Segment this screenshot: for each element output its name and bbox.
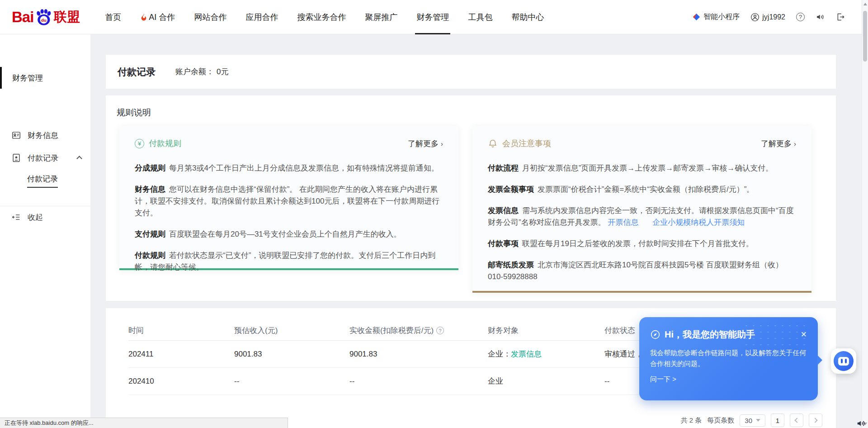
- member-notice-card: 会员注意事项 了解更多› 付款流程月初按“发票信息”页面开具发票→上传发票→邮寄…: [472, 126, 811, 293]
- info-help-icon[interactable]: ?: [436, 327, 444, 334]
- rule-item: 邮寄纸质发票北京市海淀区西北旺东路10号院百度科技园5号楼 百度联盟财务组（收）…: [488, 259, 796, 283]
- assistant-title: Hi，我是您的智能助手: [665, 328, 755, 341]
- account-balance: 账户余额：0元: [175, 67, 228, 77]
- per-page-select[interactable]: 30: [740, 414, 765, 427]
- sidebar-item-payment-records[interactable]: 付款记录: [0, 147, 90, 168]
- nav-item-ai[interactable]: AI 合作: [131, 0, 184, 34]
- small-taxpayer-notice-link[interactable]: 企业小规模纳税人开票须知: [652, 218, 745, 227]
- rule-item: 付款流程月初按“发票信息”页面开具发票→上传发票→邮寄发票→审核→确认支付。: [488, 162, 796, 174]
- cell-target: 企业：发票信息: [488, 349, 604, 359]
- id-card-icon: [11, 130, 21, 140]
- sidebar-subitem-payment-records[interactable]: 付款记录: [27, 170, 58, 191]
- cell-actual: --: [349, 377, 488, 386]
- robot-icon: [834, 351, 854, 371]
- scroll-up-arrow-icon[interactable]: [863, 3, 867, 5]
- nav-item-home[interactable]: 首页: [95, 0, 131, 34]
- compass-icon: [650, 329, 660, 340]
- page-number-current[interactable]: 1: [771, 414, 784, 427]
- nav-item-screen-promo[interactable]: 聚屏推广: [355, 0, 407, 34]
- page-header-card: 付款记录 账户余额：0元: [106, 55, 836, 89]
- nav-item-app[interactable]: 应用合作: [236, 0, 288, 34]
- payment-rules-card: ¥ 付款规则 了解更多› 分成规则每月第3或4个工作日产出上月分成信息及发票信息…: [119, 126, 458, 270]
- assistant-ask-link[interactable]: 问一下 >: [650, 375, 807, 384]
- chevron-up-icon[interactable]: [76, 156, 82, 162]
- miniprogram-entry[interactable]: 智能小程序: [692, 12, 740, 22]
- page-title: 付款记录: [118, 66, 156, 78]
- top-nav: Bai du 联盟 首页 AI 合作 网站合作 应用合作 搜索业务: [0, 0, 868, 34]
- member-notice-title: 会员注意事项: [502, 138, 551, 149]
- payment-rules-more-link[interactable]: 了解更多›: [408, 138, 443, 149]
- close-icon[interactable]: ✕: [801, 331, 807, 338]
- col-header-time: 时间: [128, 325, 234, 336]
- cell-estimated: 9001.83: [234, 350, 349, 359]
- rule-cards-row: ¥ 付款规则 了解更多› 分成规则每月第3或4个工作日产出上月分成信息及发票信息…: [117, 126, 836, 293]
- payment-rules-title: 付款规则: [149, 138, 181, 149]
- scrollbar-thumb[interactable]: [863, 11, 867, 62]
- cell-time: 202410: [128, 377, 234, 386]
- chevron-left-icon: [794, 418, 799, 423]
- pagination-per-page-label: 每页条数: [707, 416, 734, 425]
- nav-item-toolkit[interactable]: 工具包: [458, 0, 502, 34]
- logo-text-union: 联盟: [54, 8, 80, 26]
- payment-rules-header: ¥ 付款规则 了解更多›: [135, 138, 443, 149]
- nav-item-help-center[interactable]: 帮助中心: [502, 0, 553, 34]
- announcement-button[interactable]: [816, 12, 825, 22]
- dropdown-caret-icon: [756, 419, 760, 422]
- rule-item: 发票信息需与系统内发票信息内容完全一致，否则无法支付。请根据发票信息页面中“百度…: [488, 205, 796, 228]
- sidebar-collapse-button[interactable]: 收起: [0, 207, 90, 227]
- flame-icon: [140, 13, 147, 21]
- sidebar-item-finance-info[interactable]: 财务信息: [0, 125, 90, 146]
- balance-value: 0元: [217, 67, 228, 76]
- next-page-button[interactable]: [809, 414, 822, 427]
- chevron-right-icon: ›: [794, 140, 796, 147]
- rule-item: 付款事项联盟在每月19日之后签收的发票，付款时间安排在下个月首批支付。: [488, 238, 796, 250]
- cell-actual: 9001.83: [349, 350, 488, 359]
- bell-icon: [488, 138, 498, 148]
- logout-button[interactable]: [836, 12, 845, 22]
- user-icon: [750, 13, 760, 22]
- nav-item-search-business[interactable]: 搜索业务合作: [288, 0, 355, 34]
- coin-yuan-icon: ¥: [135, 139, 144, 148]
- sidebar-title-finance[interactable]: 财务管理: [0, 67, 90, 89]
- badge-icon: [11, 153, 21, 163]
- main-nav: 首页 AI 合作 网站合作 应用合作 搜索业务合作 聚屏推广 财务管理 工具包 …: [95, 0, 553, 34]
- rules-card: 规则说明 ¥ 付款规则 了解更多› 分成规则每月第3或4个工作日产出上月分成信息…: [106, 95, 836, 301]
- baidu-union-logo[interactable]: Bai du 联盟: [12, 8, 80, 26]
- col-header-actual: 实收金额(扣除税费后/元) ?: [349, 325, 488, 336]
- col-header-target: 财务对象: [488, 325, 604, 336]
- chevron-right-icon: [812, 418, 817, 423]
- balance-label: 账户余额：: [175, 67, 214, 76]
- help-icon: ?: [796, 13, 805, 21]
- assistant-robot-button[interactable]: [831, 348, 856, 374]
- nav-item-website[interactable]: 网站合作: [184, 0, 236, 34]
- rule-item: 财务信息您可以在财务信息中选择“保留付款”。 在此期间您产生的收入将在账户内进行…: [135, 184, 443, 219]
- vertical-scrollbar[interactable]: [862, 0, 868, 428]
- speaker-icon: [816, 12, 825, 22]
- assistant-message: 我会帮助您诊断合作链路问题，以及解答您关于任何合作相关的问题。: [650, 347, 807, 369]
- sidebar-divider: [0, 206, 90, 206]
- assistant-header: Hi，我是您的智能助手 ✕: [650, 328, 807, 341]
- assistant-popup: Hi，我是您的智能助手 ✕ 我会帮助您诊断合作链路问题，以及解答您关于任何合作相…: [639, 317, 818, 400]
- corner-speaker-icon: [856, 418, 867, 428]
- nav-right: 智能小程序 jyj1992 ?: [692, 12, 856, 22]
- screen: Bai du 联盟 首页 AI 合作 网站合作 应用合作 搜索业务: [0, 0, 868, 428]
- nav-item-finance[interactable]: 财务管理: [407, 0, 458, 34]
- pagination-total: 共 2 条: [681, 416, 702, 425]
- cell-target: 企业: [488, 376, 604, 386]
- member-notice-more-link[interactable]: 了解更多›: [761, 138, 796, 149]
- svg-text:du: du: [41, 17, 47, 22]
- cell-estimated: --: [234, 377, 349, 386]
- invoice-info-link[interactable]: 开票信息: [608, 218, 638, 227]
- pagination: 共 2 条 每页条数 30 1: [681, 414, 822, 427]
- prev-page-button[interactable]: [790, 414, 803, 427]
- rule-item: 付款规则若付款状态显示“已支付”，说明联盟已安排了您的付款。支付后三个工作日内到…: [135, 250, 443, 273]
- user-account[interactable]: jyj1992: [750, 13, 785, 22]
- invoice-info-table-link[interactable]: 发票信息: [511, 350, 542, 358]
- baidu-paw-icon: du: [34, 9, 52, 26]
- rule-item: 分成规则每月第3或4个工作日产出上月分成信息及发票信息，如有特殊情况将提前通知。: [135, 162, 443, 174]
- logout-icon: [836, 12, 845, 22]
- assistant-pointer: [817, 355, 822, 365]
- help-button[interactable]: ?: [796, 13, 805, 21]
- rule-item: 支付规则百度联盟会在每月20号—31号支付企业会员上个自然月产生的收入。: [135, 228, 443, 240]
- sidebar: 财务管理 财务信息 付款记录 付款记录: [0, 34, 90, 428]
